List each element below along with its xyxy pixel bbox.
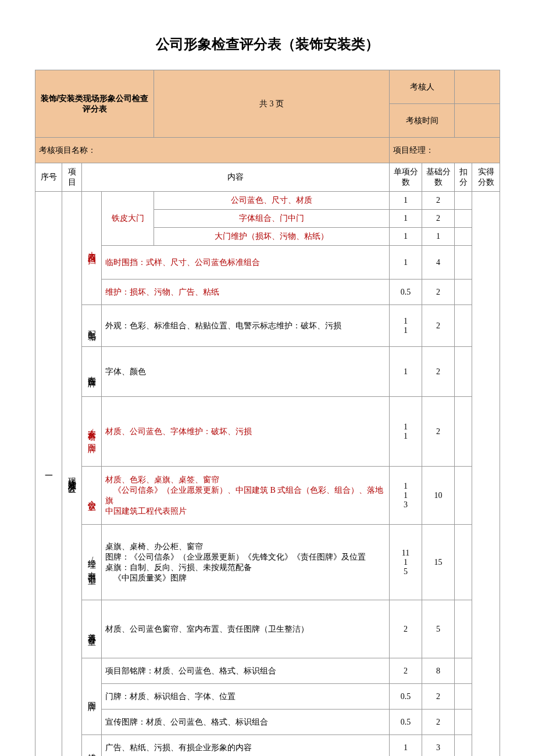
base-4: 2 <box>422 280 455 305</box>
deduct-13[interactable] <box>455 710 472 735</box>
single-14: 1 <box>390 735 422 757</box>
base-0: 2 <box>422 192 455 210</box>
content-10: 材质、公司蓝色窗帘、室内布置、责任图牌（卫生整洁） <box>102 600 390 658</box>
col-base: 基础分数 <box>422 163 455 192</box>
deduct-4[interactable] <box>455 280 472 305</box>
content-14: 广告、粘纸、污损、有损企业形象的内容 <box>102 735 390 757</box>
deduct-5[interactable] <box>455 305 472 347</box>
single-10: 2 <box>390 600 422 658</box>
base-14: 3 <box>422 735 455 757</box>
base-9: 15 <box>422 525 455 600</box>
base-1: 2 <box>422 210 455 228</box>
single-11: 2 <box>390 658 422 684</box>
sub-safety-board: 安全标语/图牌 <box>82 397 102 467</box>
base-10: 5 <box>422 600 455 658</box>
base-12: 2 <box>422 684 455 710</box>
sub-duty-board: 责任图牌 <box>82 347 102 397</box>
deduct-0[interactable] <box>455 192 472 210</box>
assess-time-label: 考核时间 <box>390 104 455 138</box>
single-13: 0.5 <box>390 710 422 735</box>
base-3: 4 <box>422 246 455 280</box>
col-deduct: 扣分 <box>455 163 472 192</box>
content-8: 材质、色彩、桌旗、桌签、窗帘 《公司信条》（企业愿景更新）、中国建筑 B 式组合… <box>102 467 390 525</box>
scoring-table: 装饰/安装类现场形象公司检查评分表 共 3 页 考核人 考核时间 考核项目名称：… <box>35 70 500 756</box>
base-6: 2 <box>422 347 455 397</box>
sub-power-box: 配电箱 <box>82 305 102 347</box>
single-7: 1 1 <box>390 397 422 467</box>
label-iron-gate: 铁皮大门 <box>102 192 154 246</box>
single-9: 11 1 5 <box>390 525 422 600</box>
deduct-9[interactable] <box>455 525 472 600</box>
actual-section[interactable] <box>472 192 500 757</box>
deduct-1[interactable] <box>455 210 472 228</box>
col-actual: 实得分数 <box>472 163 500 192</box>
single-8: 1 1 3 <box>390 467 422 525</box>
deduct-14[interactable] <box>455 735 472 757</box>
col-single: 单项分数 <box>390 163 422 192</box>
sub-manager-room: 经理/支部书记室 <box>82 525 102 600</box>
content-0: 公司蓝色、尺寸、材质 <box>154 192 390 210</box>
assessor-label: 考核人 <box>390 70 455 104</box>
single-0: 1 <box>390 192 422 210</box>
project-manager-label[interactable]: 项目经理： <box>390 138 500 163</box>
single-5: 1 1 <box>390 305 422 347</box>
content-13: 宣传图牌：材质、公司蓝色、格式、标识组合 <box>102 710 390 735</box>
deduct-7[interactable] <box>455 397 472 467</box>
single-1: 1 <box>390 210 422 228</box>
content-12: 门牌：材质、标识组合、字体、位置 <box>102 684 390 710</box>
single-12: 0.5 <box>390 684 422 710</box>
item-cell: 现场临建及办公区 <box>62 192 82 757</box>
sub-meeting-room: 会议室 <box>82 467 102 525</box>
single-2: 1 <box>390 228 422 246</box>
col-item: 项目 <box>62 163 82 192</box>
form-title-cell: 装饰/安装类现场形象公司检查评分表 <box>35 70 154 138</box>
content-3: 临时围挡：式样、尺寸、公司蓝色标准组合 <box>102 246 390 280</box>
deduct-10[interactable] <box>455 600 472 658</box>
base-11: 8 <box>422 658 455 684</box>
col-seq: 序号 <box>35 163 62 192</box>
seq-cell: 一 <box>35 192 62 757</box>
single-3: 1 <box>390 246 422 280</box>
content-2: 大门维护（损坏、污物、粘纸） <box>154 228 390 246</box>
sub-maintenance: 维护 <box>82 735 102 757</box>
page-title: 公司形象检查评分表（装饰安装类） <box>35 35 500 53</box>
deduct-6[interactable] <box>455 347 472 397</box>
content-9: 桌旗、桌椅、办公柜、窗帘 图牌：《公司信条》（企业愿景更新）《先锋文化》《责任图… <box>102 525 390 600</box>
deduct-3[interactable] <box>455 246 472 280</box>
deduct-2[interactable] <box>455 228 472 246</box>
base-13: 2 <box>422 710 455 735</box>
project-name-label[interactable]: 考核项目名称： <box>35 138 390 163</box>
base-8: 10 <box>422 467 455 525</box>
sub-gate: 大门及围挡 <box>82 192 102 305</box>
deduct-8[interactable] <box>455 467 472 525</box>
base-2: 1 <box>422 228 455 246</box>
sub-general-office: 普通办公室 <box>82 600 102 658</box>
single-6: 1 <box>390 347 422 397</box>
deduct-12[interactable] <box>455 684 472 710</box>
single-4: 0.5 <box>390 280 422 305</box>
col-content: 内容 <box>82 163 390 192</box>
assessor-value[interactable] <box>455 70 500 104</box>
content-11: 项目部铭牌：材质、公司蓝色、格式、标识组合 <box>102 658 390 684</box>
deduct-11[interactable] <box>455 658 472 684</box>
content-4: 维护：损坏、污物、广告、粘纸 <box>102 280 390 305</box>
assess-time-value[interactable] <box>455 104 500 138</box>
content-6: 字体、颜色 <box>102 347 390 397</box>
content-5: 外观：色彩、标准组合、粘贴位置、电警示标志维护：破坏、污损 <box>102 305 390 347</box>
content-1: 字体组合、门中门 <box>154 210 390 228</box>
content-7: 材质、公司蓝色、字体维护：破坏、污损 <box>102 397 390 467</box>
sub-board: 图牌 <box>82 658 102 735</box>
pages-cell: 共 3 页 <box>154 70 390 138</box>
base-7: 2 <box>422 397 455 467</box>
base-5: 2 <box>422 305 455 347</box>
